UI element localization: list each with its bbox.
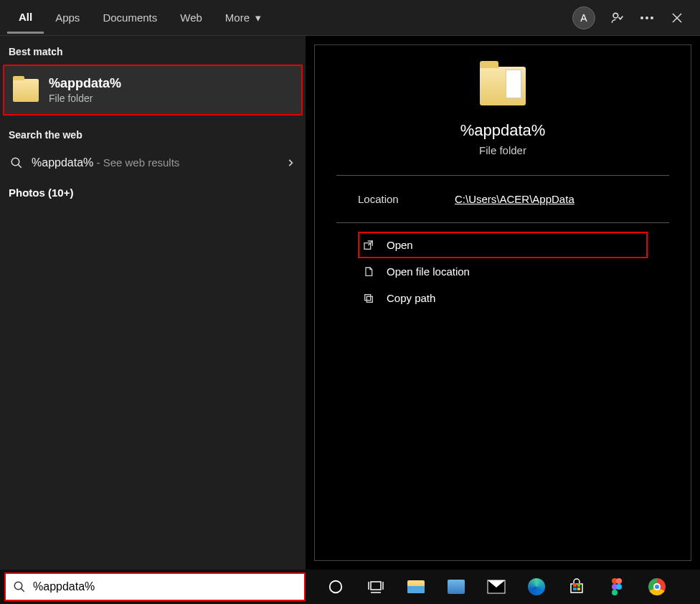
web-query: %appdata%: [32, 156, 93, 169]
action-open[interactable]: Open: [358, 232, 648, 258]
tab-documents[interactable]: Documents: [91, 3, 169, 32]
store-icon[interactable]: [567, 577, 587, 597]
taskbar-search[interactable]: [4, 572, 306, 601]
action-label: Open: [387, 239, 413, 251]
filter-tabs: All Apps Documents Web More ▾ A: [0, 0, 700, 36]
location-label: Location: [358, 193, 455, 205]
search-icon: [10, 156, 23, 169]
action-label: Open file location: [387, 265, 470, 278]
svg-rect-11: [365, 294, 371, 300]
taskbar: [0, 570, 700, 604]
figma-icon[interactable]: [607, 577, 627, 597]
close-icon[interactable]: [668, 9, 686, 27]
best-match-header: Best match: [0, 36, 306, 65]
svg-point-6: [11, 158, 19, 166]
more-options-icon[interactable]: [638, 9, 656, 27]
svg-point-14: [330, 581, 342, 593]
action-open-file-location[interactable]: Open file location: [358, 258, 648, 285]
search-icon: [13, 580, 26, 593]
file-location-icon: [362, 266, 375, 278]
tab-apps[interactable]: Apps: [44, 3, 91, 32]
svg-rect-15: [371, 582, 381, 590]
chevron-right-icon: [285, 158, 295, 168]
search-web-header: Search the web: [0, 119, 306, 148]
edge-icon[interactable]: [526, 577, 547, 597]
file-explorer-icon[interactable]: [406, 577, 426, 597]
svg-rect-10: [366, 296, 372, 302]
tab-web[interactable]: Web: [169, 3, 214, 32]
svg-point-3: [651, 16, 653, 19]
svg-point-1: [640, 16, 643, 19]
tab-all[interactable]: All: [7, 2, 44, 34]
svg-point-24: [612, 590, 618, 595]
svg-point-12: [14, 582, 22, 590]
svg-line-13: [21, 588, 24, 592]
result-subtitle: File folder: [49, 93, 121, 104]
web-search-result[interactable]: %appdata% - See web results: [0, 148, 306, 178]
chrome-icon[interactable]: [647, 577, 667, 597]
cortana-icon[interactable]: [326, 577, 346, 597]
result-title: %appdata%: [49, 76, 121, 91]
task-view-icon[interactable]: [366, 577, 386, 597]
svg-point-2: [645, 16, 648, 19]
preview-title: %appdata%: [460, 121, 546, 140]
feedback-icon[interactable]: [608, 9, 625, 27]
mail-icon[interactable]: [486, 577, 506, 597]
web-hint: - See web results: [93, 156, 179, 169]
copy-icon: [362, 293, 375, 304]
folder-icon: [480, 67, 526, 105]
action-copy-path[interactable]: Copy path: [358, 285, 648, 311]
user-avatar[interactable]: A: [572, 6, 595, 29]
best-match-result[interactable]: %appdata% File folder: [3, 65, 303, 115]
search-input[interactable]: [33, 580, 297, 593]
svg-point-0: [613, 13, 618, 18]
folder-icon: [13, 79, 39, 102]
tab-more[interactable]: More ▾: [214, 3, 273, 33]
preview-subtitle: File folder: [479, 144, 526, 156]
open-icon: [362, 240, 375, 251]
preview-pane: %appdata% File folder Location C:\Users\…: [306, 36, 700, 570]
svg-point-21: [616, 578, 622, 584]
action-label: Copy path: [387, 292, 435, 304]
app-icon-1[interactable]: [446, 577, 466, 597]
svg-line-7: [18, 164, 22, 168]
svg-point-23: [616, 584, 622, 590]
location-path[interactable]: C:\Users\ACER\AppData: [455, 193, 574, 205]
photos-category[interactable]: Photos (10+): [0, 178, 306, 207]
results-pane: Best match %appdata% File folder Search …: [0, 36, 306, 570]
search-panel: All Apps Documents Web More ▾ A Best mat…: [0, 0, 700, 570]
chevron-down-icon: ▾: [255, 11, 261, 24]
